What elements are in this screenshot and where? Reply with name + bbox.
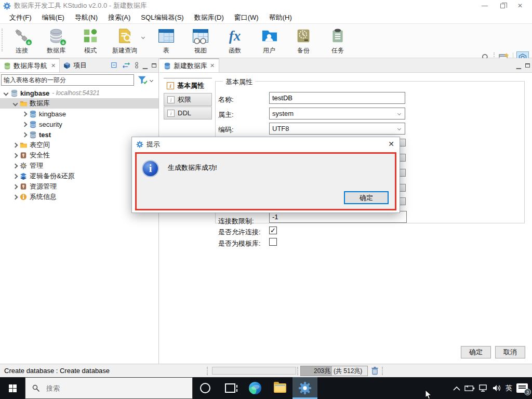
template-db-checkbox[interactable]: [269, 238, 277, 246]
battery-icon[interactable]: [464, 385, 475, 392]
edge-browser-button[interactable]: [243, 377, 268, 399]
group-legend: 基本属性: [223, 77, 255, 87]
gear-icon: [19, 162, 28, 170]
heap-status[interactable]: 203兆 (共 512兆): [300, 366, 368, 376]
minimize-view-icon[interactable]: ▁: [516, 62, 521, 69]
close-tab-icon[interactable]: ✕: [51, 62, 56, 69]
tree-item-databases[interactable]: 数据库: [0, 98, 158, 109]
garbage-collect-trash-icon[interactable]: [371, 366, 379, 375]
dialog-close-button[interactable]: ✕: [388, 140, 394, 148]
heap-used: 203兆: [301, 366, 332, 376]
info-tab-icon: i: [167, 96, 175, 103]
new-query-dropdown-arrow[interactable]: [142, 34, 149, 39]
collapse-all-icon[interactable]: [111, 62, 118, 69]
filter-dropdown-icon[interactable]: [150, 78, 153, 82]
tab-project[interactable]: 项目: [60, 58, 90, 72]
menu-help[interactable]: 帮助(H): [264, 11, 297, 24]
collapsed-chevron-icon[interactable]: [12, 184, 18, 189]
schema-icon: [82, 27, 99, 45]
toolbar-drag-handle[interactable]: [2, 29, 4, 51]
language-indicator[interactable]: 英: [506, 383, 512, 393]
tab-basic-properties[interactable]: i 基本属性: [164, 78, 212, 92]
collapsed-chevron-icon[interactable]: [12, 142, 18, 148]
menu-window[interactable]: 窗口(W): [229, 11, 264, 24]
toolbar-function-button[interactable]: fx 函数: [218, 27, 252, 55]
tree-item-connection[interactable]: kingbase - localhost:54321: [0, 88, 158, 98]
encoding-select[interactable]: UTF8: [269, 123, 405, 135]
taskbar-search-input[interactable]: [45, 384, 175, 393]
minimize-view-icon[interactable]: ▁: [143, 62, 148, 69]
function-fx-icon: fx: [226, 27, 244, 45]
taskbar-search-box[interactable]: [25, 377, 193, 399]
menu-database[interactable]: 数据库(D): [189, 11, 229, 24]
security-lock-icon: [19, 152, 28, 159]
toolbar-table-button[interactable]: 表: [149, 27, 183, 55]
main-toolbar: + 连接 + 数据库 模式: [0, 24, 532, 58]
notification-center-icon[interactable]: 3: [516, 383, 528, 393]
window-minimize-button[interactable]: —: [476, 0, 494, 11]
name-input[interactable]: [269, 92, 405, 104]
info-tab-icon: i: [167, 82, 174, 89]
cortana-button[interactable]: [193, 377, 218, 399]
maximize-view-icon[interactable]: [152, 63, 156, 68]
ok-button[interactable]: 确定: [461, 346, 491, 358]
tab-ddl[interactable]: i DDL: [164, 107, 212, 119]
filter-funnel-icon[interactable]: [137, 75, 148, 85]
toolbar-backup-button[interactable]: 备份: [286, 27, 321, 55]
toolbar-schema-button[interactable]: 模式: [73, 27, 108, 55]
app-logo-gear-icon: [3, 2, 11, 10]
collapsed-chevron-icon[interactable]: [12, 194, 18, 200]
collapsed-chevron-icon[interactable]: [22, 132, 27, 137]
toolbar-new-query-button[interactable]: 新建查询: [108, 27, 142, 55]
task-view-button[interactable]: [218, 377, 243, 399]
menu-edit[interactable]: 编辑(E): [37, 11, 70, 24]
toolbar-view-button[interactable]: 视图: [183, 27, 218, 55]
collapsed-chevron-icon[interactable]: [12, 163, 18, 168]
tab-new-database[interactable]: 新建数据库 ✕: [159, 58, 219, 72]
layers-icon: [19, 172, 28, 180]
start-button[interactable]: [0, 377, 25, 399]
owner-select[interactable]: system: [269, 108, 405, 119]
kstudio-taskbar-button[interactable]: [292, 377, 317, 399]
allow-connection-label: 是否允许连接:: [218, 228, 261, 237]
dialog-ok-button[interactable]: 确定: [344, 191, 389, 204]
file-explorer-button[interactable]: [268, 377, 292, 399]
db-tab-icon: [164, 62, 171, 70]
dialog-body-highlight: i 生成数据库成功! 确定: [135, 152, 396, 210]
allow-connection-checkbox[interactable]: ✓: [269, 227, 277, 234]
tree-item-db-security[interactable]: security: [0, 119, 158, 129]
collapsed-chevron-icon[interactable]: [22, 111, 27, 116]
cortana-icon: [200, 383, 210, 393]
cancel-button[interactable]: 取消: [495, 346, 525, 358]
toolbar-connect-button[interactable]: + 连接: [5, 27, 39, 55]
maximize-view-icon[interactable]: [525, 63, 530, 68]
volume-icon[interactable]: [493, 384, 501, 392]
windows-logo-icon: [9, 384, 17, 392]
window-close-button[interactable]: ✕: [511, 0, 529, 11]
network-icon[interactable]: [479, 384, 488, 392]
toolbar-task-button[interactable]: 任务: [321, 27, 355, 55]
menu-sql-editor[interactable]: SQL编辑器(S): [136, 11, 189, 24]
connect-plug-icon: +: [13, 27, 31, 45]
menu-search[interactable]: 搜索(A): [103, 11, 136, 24]
collapsed-chevron-icon[interactable]: [12, 153, 18, 158]
collapsed-chevron-icon[interactable]: [12, 174, 18, 179]
tray-expand-chevron-icon[interactable]: [453, 386, 460, 391]
expanded-chevron-icon[interactable]: [12, 101, 18, 106]
system-tray: 英 3: [453, 377, 532, 399]
tab-database-navigator[interactable]: 数据库导航 ✕: [0, 58, 60, 72]
expanded-chevron-icon[interactable]: [3, 90, 8, 96]
message-dialog: 提示 ✕ i 生成数据库成功! 确定: [131, 137, 400, 213]
menu-navigate[interactable]: 导航(N): [70, 11, 103, 24]
menu-file[interactable]: 文件(F): [4, 11, 37, 24]
sync-selection-icon[interactable]: [135, 62, 139, 69]
close-tab-icon[interactable]: ✕: [210, 62, 215, 69]
collapsed-chevron-icon[interactable]: [22, 122, 27, 127]
window-restore-button[interactable]: [494, 0, 511, 11]
tree-item-db-kingbase[interactable]: kingbase: [0, 109, 158, 119]
toolbar-database-button[interactable]: + 数据库: [39, 27, 73, 55]
tree-filter-input[interactable]: [1, 74, 134, 86]
tab-permissions[interactable]: i 权限: [164, 93, 212, 106]
link-editor-arrows-icon[interactable]: [122, 62, 130, 69]
toolbar-user-button[interactable]: 用户: [252, 27, 286, 55]
